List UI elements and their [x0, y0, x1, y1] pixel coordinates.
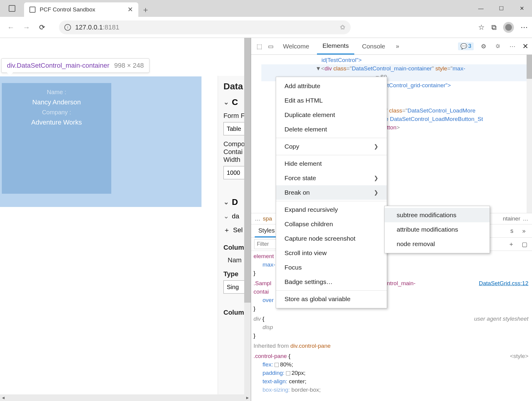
settings-icon[interactable]: ⚙ — [479, 42, 488, 51]
horizontal-scrollbar[interactable]: ◄ ► — [0, 394, 251, 401]
ctx-capture[interactable]: Capture node screenshot — [276, 231, 387, 246]
reload-button[interactable]: ⟳ — [35, 21, 49, 34]
separator — [276, 201, 387, 201]
device-toggle-icon[interactable]: ▭ — [266, 42, 275, 51]
toggle-panel-icon[interactable]: ▢ — [520, 240, 529, 249]
stylesheet-link[interactable]: DataSetGrid.css:12 — [479, 279, 528, 288]
activity-icon[interactable]: ⛭ — [494, 42, 503, 51]
chevron-down-icon: ⌄ — [223, 198, 229, 206]
separator — [276, 138, 387, 138]
ctx-delete[interactable]: Delete element — [276, 122, 387, 137]
ctx-node-removal[interactable]: node removal — [385, 237, 490, 251]
browser-tab[interactable]: PCF Control Sandbox ✕ — [24, 2, 138, 17]
tab-close-icon[interactable]: ✕ — [128, 6, 133, 14]
inspected-element-highlight: Name : Nancy Anderson Company : Adventur… — [0, 76, 201, 207]
plus-icon: ＋ — [223, 226, 230, 235]
inspect-tooltip: div.DataSetControl_main-container998 × 2… — [1, 58, 149, 73]
devtools-scrollbar[interactable] — [527, 55, 532, 213]
card-company-label: Company : — [2, 107, 111, 117]
favorites-icon[interactable]: ☆ — [478, 23, 485, 32]
more-icon[interactable]: ⋯ — [521, 23, 528, 32]
chevron-right-icon: ❯ — [374, 189, 378, 196]
tab-console[interactable]: Console — [357, 39, 391, 54]
ctx-collapse[interactable]: Collapse children — [276, 217, 387, 231]
scroll-right-arrow[interactable]: ► — [244, 395, 251, 400]
width-input[interactable] — [223, 166, 245, 179]
page-favicon — [29, 7, 35, 13]
favorite-icon[interactable]: ✩ — [340, 23, 345, 31]
page-viewport: div.DataSetControl_main-container998 × 2… — [0, 38, 251, 401]
close-window-button[interactable]: ✕ — [512, 0, 532, 17]
grid-item-card[interactable]: Name : Nancy Anderson Company : Adventur… — [2, 83, 111, 194]
issues-badge[interactable]: 💬3 — [458, 42, 474, 50]
ctx-badge[interactable]: Badge settings… — [276, 275, 387, 289]
break-on-submenu: subtree modifications attribute modifica… — [384, 206, 490, 253]
ctx-expand[interactable]: Expand recursively — [276, 202, 387, 217]
selected-dom-node[interactable]: ▼<div class="DataSetControl_main-contain… — [261, 64, 532, 73]
minimize-button[interactable]: — — [471, 0, 491, 17]
kebab-icon[interactable]: ⋯ — [508, 42, 517, 51]
chevron-right-icon: ❯ — [374, 143, 378, 150]
form-factor-select[interactable] — [223, 122, 245, 135]
chevron-down-icon: ⌄ — [223, 212, 229, 220]
ctx-copy[interactable]: Copy❯ — [276, 139, 387, 154]
devtools-close-icon[interactable]: ✕ — [522, 42, 528, 51]
url-text: 127.0.0.1:8181 — [75, 23, 336, 31]
new-tab-button[interactable]: ＋ — [138, 2, 153, 17]
type-select[interactable] — [223, 280, 245, 294]
address-bar[interactable]: i 127.0.0.1:8181 ✩ — [59, 20, 351, 34]
window-titlebar: PCF Control Sandbox ✕ ＋ — ☐ ✕ — [0, 0, 532, 17]
inspect-element-icon[interactable]: ⬚ — [255, 42, 264, 51]
scroll-left-arrow[interactable]: ◄ — [0, 395, 7, 400]
ctx-subtree-mods[interactable]: subtree modifications — [385, 208, 490, 222]
new-rule-icon[interactable]: ＋ — [507, 240, 516, 249]
collections-icon[interactable]: ⧉ — [491, 23, 497, 32]
tab-more[interactable]: s — [507, 225, 517, 237]
chat-icon: 💬 — [460, 43, 467, 50]
chevron-right-icon: ❯ — [374, 175, 378, 181]
tab-title: PCF Control Sandbox — [40, 6, 123, 13]
ctx-scroll[interactable]: Scroll into view — [276, 246, 387, 260]
more-styles-tabs-icon[interactable]: » — [519, 227, 528, 236]
separator — [276, 290, 387, 291]
tab-welcome[interactable]: Welcome — [278, 39, 315, 54]
devtools-tabstrip: ⬚ ▭ Welcome Elements Console » 💬3 ⚙ ⛭ ⋯ … — [251, 38, 532, 55]
ctx-hide[interactable]: Hide element — [276, 156, 387, 171]
more-tabs-icon[interactable]: » — [393, 42, 402, 51]
tab-styles[interactable]: Styles — [255, 225, 278, 237]
ctx-focus[interactable]: Focus — [276, 260, 387, 275]
card-name-value: Nancy Anderson — [2, 97, 111, 107]
ctx-force-state[interactable]: Force state❯ — [276, 171, 387, 185]
separator — [276, 155, 387, 155]
ctx-attribute-mods[interactable]: attribute modifications — [385, 222, 490, 237]
forward-button[interactable]: → — [20, 21, 33, 34]
vertical-scrollbar[interactable] — [244, 38, 251, 401]
ctx-duplicate[interactable]: Duplicate element — [276, 108, 387, 122]
chevron-down-icon: ⌄ — [223, 98, 229, 106]
ctx-edit-html[interactable]: Edit as HTML — [276, 93, 387, 108]
card-name-label: Name : — [2, 87, 111, 97]
ctx-store[interactable]: Store as global variable — [276, 292, 387, 306]
ctx-break-on[interactable]: Break on❯ — [276, 185, 387, 200]
card-company-value: Adventure Works — [2, 117, 111, 128]
maximize-button[interactable]: ☐ — [491, 0, 512, 17]
ctx-add-attribute[interactable]: Add attribute — [276, 79, 387, 93]
profile-avatar[interactable] — [503, 22, 514, 33]
back-button[interactable]: ← — [4, 21, 17, 34]
context-menu: Add attribute Edit as HTML Duplicate ele… — [276, 77, 387, 308]
browser-toolbar: ← → ⟳ i 127.0.0.1:8181 ✩ ☆ ⧉ ⋯ — [0, 17, 532, 38]
tab-actions-button[interactable] — [0, 0, 24, 17]
window-controls: — ☐ ✕ — [471, 0, 532, 17]
tab-elements[interactable]: Elements — [317, 38, 354, 54]
site-info-icon[interactable]: i — [64, 24, 71, 31]
